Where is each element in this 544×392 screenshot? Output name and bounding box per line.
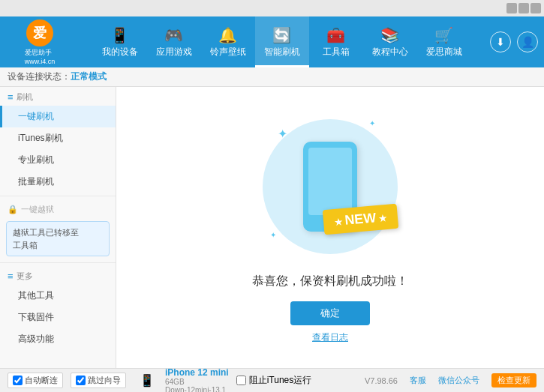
device-info: 📱 iPhone 12 mini 64GB Down-12mini-13,1: [140, 367, 229, 393]
sidebar-item-itunes-flash[interactable]: iTunes刷机: [0, 127, 116, 149]
flash-icon: 🔄: [272, 26, 291, 44]
user-icon[interactable]: 👤: [517, 31, 538, 52]
bottom-right: V7.98.66 客服 微信公众号 检查更新: [365, 373, 536, 388]
sidebar-info-box: 越狱工具已转移至 工具箱: [6, 221, 110, 256]
main-layout: ≡ 刷机 一键刷机 iTunes刷机 专业刷机 批量刷机 🔒 一键越狱 越狱工具…: [0, 87, 544, 368]
flash-section-icon: ≡: [8, 91, 14, 103]
phone-screen: [308, 148, 352, 215]
bottom-left: 自动断连 跳过向导 📱 iPhone 12 mini 64GB Down-12m…: [8, 367, 229, 393]
tutorial-icon: 📚: [380, 26, 399, 44]
nav-item-apps[interactable]: 🎮 应用游戏: [147, 16, 201, 67]
phone-illustration: ✦ ✦ ✦ NEW: [255, 112, 405, 262]
success-message: 恭喜您，保资料刷机成功啦！: [252, 274, 408, 289]
sidebar-item-advanced[interactable]: 高级功能: [0, 328, 116, 350]
sidebar-item-other-tools[interactable]: 其他工具: [0, 285, 116, 307]
sidebar-section-label: 刷机: [17, 91, 33, 103]
status-mode: 正常模式: [71, 70, 107, 83]
sidebar-item-pro-flash[interactable]: 专业刷机: [0, 149, 116, 171]
confirm-button[interactable]: 确定: [290, 301, 370, 325]
bottombar: 自动断连 跳过向导 📱 iPhone 12 mini 64GB Down-12m…: [0, 368, 544, 392]
skip-wizard-checkbox[interactable]: 跳过向导: [71, 373, 126, 388]
device-name: iPhone 12 mini: [165, 367, 229, 378]
sparkle-2: ✦: [369, 119, 375, 127]
logo-text: 爱思助手 www.i4.cn: [25, 48, 56, 65]
device-phone-icon: 📱: [140, 373, 155, 388]
sidebar-section2-label: 更多: [17, 271, 33, 282]
logo-icon: 爱: [26, 19, 53, 46]
device-details: iPhone 12 mini 64GB Down-12mini-13,1: [165, 367, 229, 393]
device-icon: 📱: [110, 26, 129, 44]
content-area: ✦ ✦ ✦ NEW 恭喜您，保资料刷机成功啦！ 确定 查看日志: [116, 87, 544, 368]
titlebar: [0, 0, 544, 16]
itunes-control: 阻止iTunes运行: [236, 374, 312, 387]
auto-disconnect-input[interactable]: [13, 376, 23, 385]
device-capacity: 64GB: [165, 378, 229, 386]
maximize-icon[interactable]: [518, 3, 529, 13]
itunes-checkbox[interactable]: [236, 376, 246, 385]
nav-bar: 📱 我的设备 🎮 应用游戏 🔔 铃声壁纸 🔄 智能刷机 🧰 工具箱 📚 教程中心…: [74, 16, 490, 67]
minimize-icon[interactable]: [506, 3, 517, 13]
sparkle-3: ✦: [270, 231, 276, 239]
toolbox-icon: 🧰: [326, 26, 345, 44]
nav-item-my-device[interactable]: 📱 我的设备: [93, 16, 147, 67]
ringtone-icon: 🔔: [218, 26, 237, 44]
wechat-link[interactable]: 微信公众号: [438, 375, 479, 386]
shop-icon: 🛒: [434, 26, 453, 44]
status-prefix: 设备连接状态：: [8, 70, 71, 83]
sidebar-item-batch-flash[interactable]: 批量刷机: [0, 171, 116, 193]
header: 爱 爱思助手 www.i4.cn 📱 我的设备 🎮 应用游戏 🔔 铃声壁纸 🔄 …: [0, 16, 544, 67]
itunes-label: 阻止iTunes运行: [249, 374, 312, 387]
sidebar-item-download-firmware[interactable]: 下载固件: [0, 307, 116, 328]
close-icon[interactable]: [530, 3, 541, 13]
download-icon[interactable]: ⬇: [490, 31, 511, 52]
sidebar-divider-2: [0, 262, 116, 263]
nav-item-toolbox[interactable]: 🧰 工具箱: [309, 16, 363, 67]
nav-item-shop[interactable]: 🛒 爱思商城: [417, 16, 471, 67]
sidebar: ≡ 刷机 一键刷机 iTunes刷机 专业刷机 批量刷机 🔒 一键越狱 越狱工具…: [0, 87, 116, 368]
nav-item-flash[interactable]: 🔄 智能刷机: [255, 16, 309, 67]
auto-disconnect-checkbox[interactable]: 自动断连: [8, 373, 63, 388]
logo: 爱 爱思助手 www.i4.cn: [6, 19, 74, 65]
sidebar-divider-1: [0, 196, 116, 196]
nav-item-tutorial[interactable]: 📚 教程中心: [363, 16, 417, 67]
sidebar-section-more: ≡ 更多: [0, 266, 116, 285]
skip-wizard-input[interactable]: [76, 376, 86, 385]
apps-icon: 🎮: [164, 26, 183, 44]
more-section-icon: ≡: [8, 271, 14, 282]
support-link[interactable]: 客服: [410, 375, 426, 386]
statusbar: 设备连接状态： 正常模式: [0, 67, 544, 87]
nav-item-ringtone[interactable]: 🔔 铃声壁纸: [201, 16, 255, 67]
version-text: V7.98.66: [365, 376, 398, 385]
sidebar-locked-jailbreak: 🔒 一键越狱: [0, 199, 116, 218]
sidebar-section-flash: ≡ 刷机: [0, 87, 116, 106]
device-model: Down-12mini-13,1: [165, 386, 229, 393]
lock-icon: 🔒: [8, 205, 18, 214]
sparkle-1: ✦: [278, 127, 287, 141]
update-button[interactable]: 检查更新: [491, 373, 536, 388]
view-log-link[interactable]: 查看日志: [312, 331, 348, 344]
sidebar-item-one-click-flash[interactable]: 一键刷机: [0, 106, 116, 127]
nav-right-actions: ⬇ 👤: [490, 31, 538, 52]
